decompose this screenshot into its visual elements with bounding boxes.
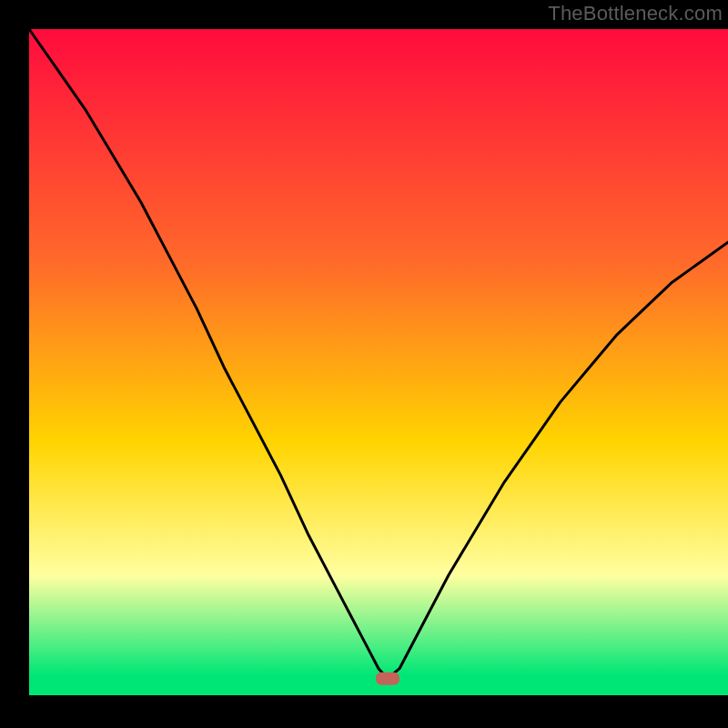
optimum-marker [376, 672, 399, 685]
chart-frame: TheBottleneck.com [0, 0, 728, 728]
watermark-text: TheBottleneck.com [548, 2, 723, 25]
gradient-background [29, 29, 728, 695]
bottleneck-plot [0, 0, 728, 728]
